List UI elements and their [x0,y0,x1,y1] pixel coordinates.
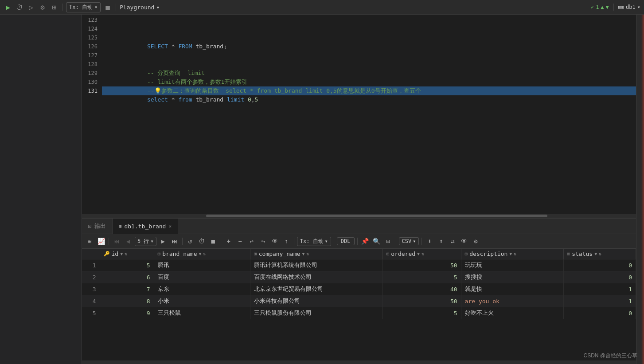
cell-desc-1[interactable]: 玩玩玩 [461,259,563,271]
col-ordered-sort[interactable]: ⇅ [422,251,424,256]
db-selector[interactable]: ⊞⊞ db1 ▾ [618,4,640,10]
search-button[interactable]: 🔍 [372,236,382,246]
next-page-button[interactable]: ▶ [158,236,168,246]
tab-db1-tb-brand[interactable]: ⊞ db1.tb_brand ✕ [113,219,178,234]
first-page-button[interactable]: ⏮ [112,236,121,246]
playground-selector[interactable]: Playground ▾ [120,4,160,11]
prev-page-button[interactable]: ◀ [123,236,133,246]
cell-ordered-1[interactable]: 50 [382,259,461,271]
col-company-name[interactable]: ⊞ company_name ▼ ⇅ [250,249,383,259]
cell-desc-5[interactable]: 好吃不上火 [461,307,563,319]
col-status-sort[interactable]: ⇅ [599,251,601,256]
cell-brand-2[interactable]: 百度 [154,271,250,283]
tab-output[interactable]: ⊡ 输出 [82,219,113,234]
history-button[interactable]: ⏱ [15,3,24,12]
rt-sep-3 [221,238,221,245]
col-id[interactable]: 🔑 id ▼ ⇅ [100,249,154,259]
col-brand-filter[interactable]: ▼ [199,251,201,256]
data-table-wrapper[interactable]: 🔑 id ▼ ⇅ ⊞ brand_name ▼ [82,249,636,360]
eye-rt-button[interactable]: 👁 [270,236,280,246]
run-down-button[interactable]: ▼ [606,4,609,10]
table-row[interactable]: 2 6 百度 百度在线网络技术公司 5 搜搜搜 0 [82,271,636,283]
chart-view-button[interactable]: 📈 [96,236,106,246]
cell-company-3[interactable]: 北京京东世纪贸易有限公司 [250,283,383,295]
cell-status-3[interactable]: 1 [563,283,636,295]
cell-status-1[interactable]: 0 [563,259,636,271]
col-desc-sort[interactable]: ⇅ [514,251,516,256]
cell-desc-2[interactable]: 搜搜搜 [461,271,563,283]
cell-company-2[interactable]: 百度在线网络技术公司 [250,271,383,283]
col-company-filter[interactable]: ▼ [302,251,305,256]
cell-status-4[interactable]: 1 [563,295,636,307]
cell-status-5[interactable]: 0 [563,307,636,319]
cell-id-3[interactable]: 7 [100,283,154,295]
upload-button[interactable]: ⬆ [436,236,446,246]
col-status-filter[interactable]: ▼ [594,251,597,256]
history-rt-button[interactable]: ⏱ [197,236,207,246]
redo-button[interactable]: ↪ [258,236,268,246]
col-desc-filter[interactable]: ▼ [509,251,512,256]
rows-per-page[interactable]: 5 行 ▾ [135,237,156,246]
cell-id-2[interactable]: 6 [100,271,154,283]
cell-ordered-4[interactable]: 50 [382,295,461,307]
pin-button[interactable]: 📌 [360,236,370,246]
cell-brand-1[interactable]: 腾讯 [154,259,250,271]
undo-button[interactable]: ↩ [247,236,257,246]
cell-status-2[interactable]: 0 [563,271,636,283]
col-ordered-filter[interactable]: ▼ [417,251,420,256]
col-brand-sort[interactable]: ⇅ [203,251,206,256]
col-brand-name[interactable]: ⊞ brand_name ▼ ⇅ [154,249,250,259]
table-row[interactable]: 5 9 三只松鼠 三只松鼠股份有限公司 5 好吃不上火 0 [82,307,636,319]
tx-rt-button[interactable]: Tx: 自动 ▾ [297,237,331,246]
col-description[interactable]: ⊞ description ▼ ⇅ [461,249,563,259]
cell-company-1[interactable]: 腾讯计算机系统有限公司 [250,259,383,271]
cell-id-1[interactable]: 5 [100,259,154,271]
cell-brand-5[interactable]: 三只松鼠 [154,307,250,319]
remove-row-button[interactable]: − [235,236,245,246]
cell-ordered-5[interactable]: 5 [382,307,461,319]
cell-ordered-3[interactable]: 40 [382,283,461,295]
transfer-button[interactable]: ⇄ [448,236,457,246]
col-status[interactable]: ⊞ status ▼ ⇅ [563,249,636,259]
settings-button[interactable]: ⚙ [38,3,47,12]
csv-button[interactable]: CSV ▾ [399,237,419,245]
table-tab-close[interactable]: ✕ [168,223,172,229]
grid-view-button[interactable]: ⊞ [85,236,94,246]
cell-company-4[interactable]: 小米科技有限公司 [250,295,383,307]
editor-scrollbar[interactable] [82,214,636,218]
results-scrollbar[interactable] [82,360,636,364]
col-id-sort[interactable]: ⇅ [125,251,127,256]
cell-id-5[interactable]: 9 [100,307,154,319]
tx-button[interactable]: Tx: 自动 ▾ [66,2,101,12]
preview-button[interactable]: 👁 [459,236,469,246]
grid-button[interactable]: ⊞ [50,3,59,12]
cell-desc-4[interactable]: are you ok [461,295,563,307]
col-company-sort[interactable]: ⇅ [307,251,309,256]
run-button[interactable]: ▶ [4,3,12,12]
code-content[interactable]: SELECT * FROM tb_brand; -- 分页查询 limit --… [102,15,636,214]
cell-brand-3[interactable]: 京东 [154,283,250,295]
filter-button[interactable]: ⊡ [383,236,393,246]
table-row[interactable]: 1 5 腾讯 腾讯计算机系统有限公司 50 玩玩玩 0 [82,259,636,271]
run-up-button[interactable]: ▲ [601,4,604,10]
cell-desc-3[interactable]: 就是快 [461,283,563,295]
play-button[interactable]: ▷ [27,3,35,12]
ddl-button[interactable]: DDL [337,237,355,245]
col-id-filter[interactable]: ▼ [120,251,123,256]
cell-id-4[interactable]: 8 [100,295,154,307]
last-page-button[interactable]: ⏭ [170,236,180,246]
cell-company-5[interactable]: 三只松鼠股份有限公司 [250,307,383,319]
table-row[interactable]: 3 7 京东 北京京东世纪贸易有限公司 40 就是快 1 [82,283,636,295]
config-button[interactable]: ⚙ [471,236,480,246]
stop-button[interactable]: ■ [103,3,112,12]
upload-rt-button[interactable]: ↑ [281,236,291,246]
col-ordered[interactable]: ⊞ ordered ▼ ⇅ [382,249,461,259]
add-row-button[interactable]: + [224,236,234,246]
stop-rt-button[interactable]: ■ [208,236,218,246]
cell-brand-4[interactable]: 小米 [154,295,250,307]
table-row[interactable]: 4 8 小米 小米科技有限公司 50 are you ok 1 [82,295,636,307]
code-editor[interactable]: 123 124 125 126 127 128 129 130 ✓ 131 [82,15,636,218]
download-button[interactable]: ⬇ [425,236,434,246]
cell-ordered-2[interactable]: 5 [382,271,461,283]
reload-button[interactable]: ↺ [185,236,195,246]
